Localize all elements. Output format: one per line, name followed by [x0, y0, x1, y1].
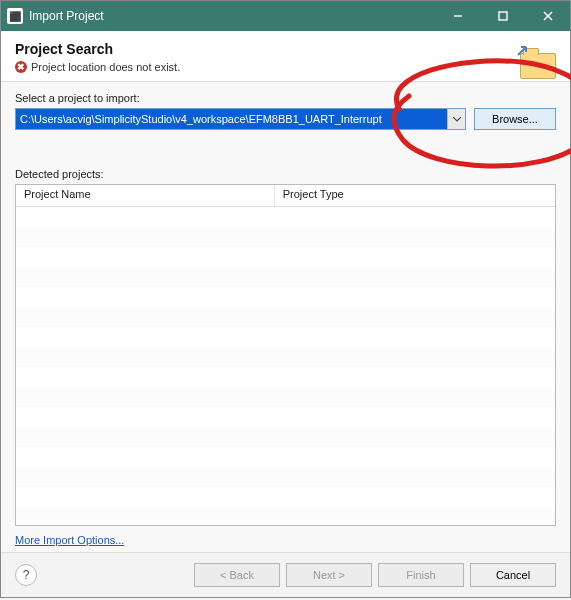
- next-button: Next >: [286, 563, 372, 587]
- window-title: Import Project: [29, 9, 435, 23]
- close-button[interactable]: [525, 1, 570, 31]
- more-import-options-link[interactable]: More Import Options...: [15, 534, 556, 546]
- svg-rect-1: [499, 12, 507, 20]
- import-project-dialog: ⬛ Import Project Project Search ✖ Projec…: [0, 0, 571, 598]
- error-line: ✖ Project location does not exist.: [15, 61, 556, 73]
- cancel-button[interactable]: Cancel: [470, 563, 556, 587]
- help-icon: ?: [23, 568, 30, 582]
- table-header: Project Name Project Type: [16, 185, 555, 207]
- column-project-name[interactable]: Project Name: [16, 185, 275, 206]
- browse-button[interactable]: Browse...: [474, 108, 556, 130]
- wizard-content: Select a project to import: Browse... De…: [1, 82, 570, 552]
- path-dropdown-button[interactable]: [447, 109, 465, 129]
- titlebar: ⬛ Import Project: [1, 1, 570, 31]
- error-message: Project location does not exist.: [31, 61, 180, 73]
- detected-projects-label: Detected projects:: [15, 168, 556, 180]
- minimize-icon: [453, 11, 463, 21]
- detected-projects-table: Project Name Project Type: [15, 184, 556, 526]
- column-project-type[interactable]: Project Type: [275, 185, 555, 206]
- import-wizard-icon: [514, 39, 556, 81]
- wizard-header: Project Search ✖ Project location does n…: [1, 31, 570, 82]
- table-body[interactable]: [16, 207, 555, 525]
- maximize-icon: [498, 11, 508, 21]
- back-button: < Back: [194, 563, 280, 587]
- close-icon: [543, 11, 553, 21]
- path-row: Browse...: [15, 108, 556, 130]
- chevron-down-icon: [453, 117, 461, 122]
- error-icon: ✖: [15, 61, 27, 73]
- select-path-label: Select a project to import:: [15, 92, 556, 104]
- row-stripes: [16, 207, 555, 525]
- path-combo[interactable]: [15, 108, 466, 130]
- maximize-button[interactable]: [480, 1, 525, 31]
- finish-button: Finish: [378, 563, 464, 587]
- page-title: Project Search: [15, 41, 556, 57]
- app-icon: ⬛: [7, 8, 23, 24]
- minimize-button[interactable]: [435, 1, 480, 31]
- wizard-footer: ? < Back Next > Finish Cancel: [1, 552, 570, 597]
- help-button[interactable]: ?: [15, 564, 37, 586]
- path-input[interactable]: [15, 108, 466, 130]
